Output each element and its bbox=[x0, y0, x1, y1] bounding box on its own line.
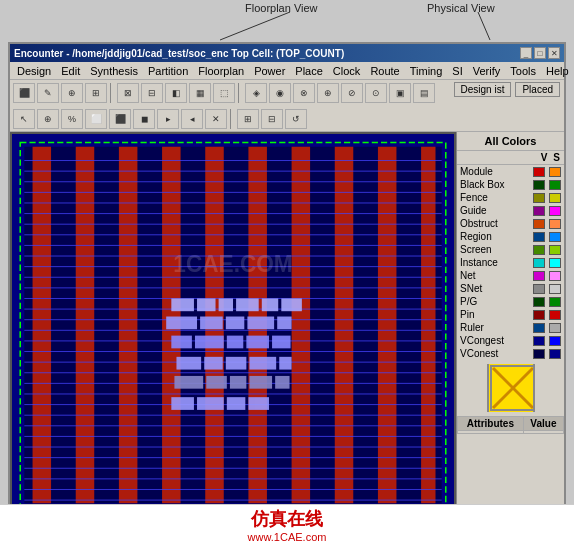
menu-clock[interactable]: Clock bbox=[328, 63, 366, 79]
toolbar-btn-29[interactable]: ↺ bbox=[285, 109, 307, 129]
svg-rect-63 bbox=[272, 336, 291, 349]
toolbar-btn-6[interactable]: ⊟ bbox=[141, 83, 163, 103]
minimize-button[interactable]: _ bbox=[520, 47, 532, 59]
region-color-v[interactable] bbox=[533, 232, 545, 242]
net-color-v[interactable] bbox=[533, 271, 545, 281]
design-ist-button[interactable]: Design ist bbox=[454, 82, 512, 97]
vcongest-color-s[interactable] bbox=[549, 336, 561, 346]
toolbar-btn-3[interactable]: ⊕ bbox=[61, 83, 83, 103]
color-row-vcongest: VCongest bbox=[457, 334, 564, 347]
attr-header-value: Value bbox=[523, 417, 563, 431]
maximize-button[interactable]: □ bbox=[534, 47, 546, 59]
blackbox-color-v[interactable] bbox=[533, 180, 545, 190]
vconest-color-v[interactable] bbox=[533, 349, 545, 359]
toolbar-btn-15[interactable]: ⊙ bbox=[365, 83, 387, 103]
vs-header: V S bbox=[457, 151, 564, 165]
toolbar-btn-24[interactable]: ▸ bbox=[157, 109, 179, 129]
module-color-v[interactable] bbox=[533, 167, 545, 177]
toolbar-btn-1[interactable]: ⬛ bbox=[13, 83, 35, 103]
instance-color-s[interactable] bbox=[549, 258, 561, 268]
blackbox-color-s[interactable] bbox=[549, 180, 561, 190]
screen-color-s[interactable] bbox=[549, 245, 561, 255]
toolbar-btn-4[interactable]: ⊞ bbox=[85, 83, 107, 103]
toolbar-btn-19[interactable]: ⊕ bbox=[37, 109, 59, 129]
color-row-obstruct: Obstruct bbox=[457, 217, 564, 230]
attr-row-1-key bbox=[458, 431, 524, 434]
pin-color-v[interactable] bbox=[533, 310, 545, 320]
toolbar-btn-17[interactable]: ▤ bbox=[413, 83, 435, 103]
instance-label: Instance bbox=[460, 257, 531, 268]
toolbar-btn-25[interactable]: ◂ bbox=[181, 109, 203, 129]
fence-color-s[interactable] bbox=[549, 193, 561, 203]
svg-rect-5 bbox=[33, 147, 52, 504]
guide-color-v[interactable] bbox=[533, 206, 545, 216]
svg-rect-49 bbox=[197, 298, 216, 311]
snet-color-s[interactable] bbox=[549, 284, 561, 294]
obstruct-color-v[interactable] bbox=[533, 219, 545, 229]
obstruct-color-s[interactable] bbox=[549, 219, 561, 229]
pin-color-s[interactable] bbox=[549, 310, 561, 320]
toolbar-btn-23[interactable]: ◼ bbox=[133, 109, 155, 129]
toolbar-btn-27[interactable]: ⊞ bbox=[237, 109, 259, 129]
toolbar-btn-28[interactable]: ⊟ bbox=[261, 109, 283, 129]
toolbar-btn-5[interactable]: ⊠ bbox=[117, 83, 139, 103]
close-button[interactable]: ✕ bbox=[548, 47, 560, 59]
watermark-area: 仿真在线 www.1CAE.com bbox=[0, 504, 574, 544]
toolbar-btn-21[interactable]: ⬜ bbox=[85, 109, 107, 129]
v-label: V bbox=[541, 152, 548, 163]
vcongest-color-v[interactable] bbox=[533, 336, 545, 346]
toolbar-btn-7[interactable]: ◧ bbox=[165, 83, 187, 103]
toolbar-btn-22[interactable]: ⬛ bbox=[109, 109, 131, 129]
menu-power[interactable]: Power bbox=[249, 63, 290, 79]
svg-rect-7 bbox=[119, 147, 138, 504]
menu-design[interactable]: Design bbox=[12, 63, 56, 79]
toolbar-btn-11[interactable]: ◉ bbox=[269, 83, 291, 103]
menu-tools[interactable]: Tools bbox=[505, 63, 541, 79]
toolbar-btn-2[interactable]: ✎ bbox=[37, 83, 59, 103]
module-color-s[interactable] bbox=[549, 167, 561, 177]
placed-button[interactable]: Placed bbox=[515, 82, 560, 97]
screen-label: Screen bbox=[460, 244, 531, 255]
instance-color-v[interactable] bbox=[533, 258, 545, 268]
menu-synthesis[interactable]: Synthesis bbox=[85, 63, 143, 79]
toolbar-btn-8[interactable]: ▦ bbox=[189, 83, 211, 103]
menu-edit[interactable]: Edit bbox=[56, 63, 85, 79]
snet-color-v[interactable] bbox=[533, 284, 545, 294]
menu-timing[interactable]: Timing bbox=[405, 63, 448, 79]
net-color-s[interactable] bbox=[549, 271, 561, 281]
svg-rect-61 bbox=[227, 336, 243, 349]
region-color-s[interactable] bbox=[549, 232, 561, 242]
ruler-color-v[interactable] bbox=[533, 323, 545, 333]
toolbar-btn-13[interactable]: ⊕ bbox=[317, 83, 339, 103]
toolbar-btn-10[interactable]: ◈ bbox=[245, 83, 267, 103]
toolbar-btn-14[interactable]: ⊘ bbox=[341, 83, 363, 103]
menu-si[interactable]: SI bbox=[447, 63, 467, 79]
svg-rect-50 bbox=[219, 298, 233, 311]
toolbar-btn-26[interactable]: ✕ bbox=[205, 109, 227, 129]
guide-color-s[interactable] bbox=[549, 206, 561, 216]
menu-route[interactable]: Route bbox=[365, 63, 404, 79]
menu-floorplan[interactable]: Floorplan bbox=[193, 63, 249, 79]
pg-label: P/G bbox=[460, 296, 531, 307]
fence-color-v[interactable] bbox=[533, 193, 545, 203]
menu-verify[interactable]: Verify bbox=[468, 63, 506, 79]
vconest-color-s[interactable] bbox=[549, 349, 561, 359]
toolbar-btn-20[interactable]: % bbox=[61, 109, 83, 129]
screen-color-v[interactable] bbox=[533, 245, 545, 255]
canvas-area[interactable]: 1CAE.COM bbox=[10, 132, 456, 518]
toolbar-btn-9[interactable]: ⬚ bbox=[213, 83, 235, 103]
toolbar-btn-16[interactable]: ▣ bbox=[389, 83, 411, 103]
color-row-screen: Screen bbox=[457, 243, 564, 256]
svg-rect-64 bbox=[176, 357, 201, 370]
menu-partition[interactable]: Partition bbox=[143, 63, 193, 79]
menu-place[interactable]: Place bbox=[290, 63, 328, 79]
toolbar-btn-12[interactable]: ⊗ bbox=[293, 83, 315, 103]
svg-rect-75 bbox=[197, 397, 224, 410]
menu-help[interactable]: Help bbox=[541, 63, 574, 79]
pg-color-v[interactable] bbox=[533, 297, 545, 307]
ruler-color-s[interactable] bbox=[549, 323, 561, 333]
pg-color-s[interactable] bbox=[549, 297, 561, 307]
svg-rect-69 bbox=[174, 376, 203, 389]
svg-rect-76 bbox=[227, 397, 246, 410]
toolbar-btn-18[interactable]: ↖ bbox=[13, 109, 35, 129]
